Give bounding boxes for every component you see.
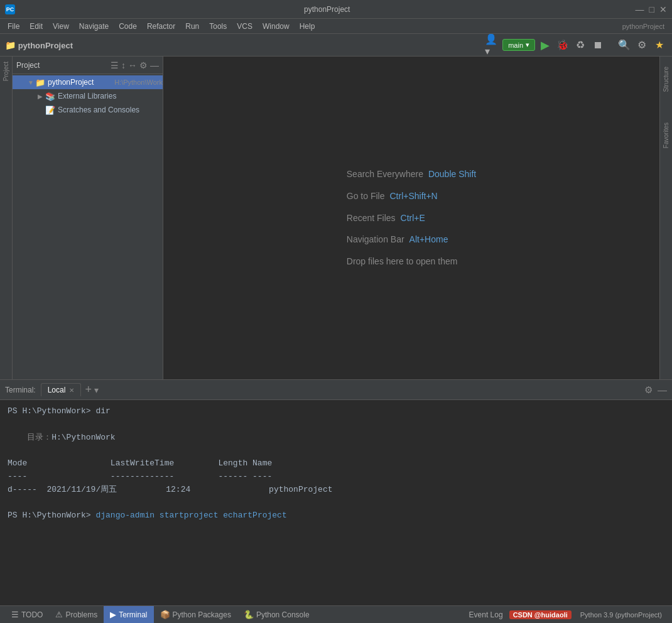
sync-icon[interactable]: ☰	[111, 60, 119, 70]
hint-goto-file: Go to File Ctrl+Shift+N	[347, 187, 476, 206]
terminal-line-5: Mode LastWriteTime Length Name	[8, 457, 664, 470]
terminal-label: Terminal:	[5, 386, 36, 394]
collapse-icon[interactable]: ↕	[121, 60, 126, 70]
status-right: Event Log CSDN @huidaoli Python 3.9 (pyt…	[463, 610, 667, 619]
settings-button[interactable]: ⚙	[634, 38, 649, 53]
terminal-tabs: Terminal: Local ✕ + ▾ ⚙ —	[0, 380, 672, 400]
maximize-button[interactable]: □	[649, 4, 654, 14]
folder-icon: 📁	[35, 78, 45, 87]
menu-bar: File Edit View Navigate Code Refactor Ru…	[0, 19, 672, 34]
menu-navigate[interactable]: Navigate	[74, 21, 114, 32]
sidebar-item-favorites[interactable]: Favorites	[661, 120, 671, 151]
tree-item-pythonproject[interactable]: ▼ 📁 pythonProject H:\Python\Work	[13, 75, 163, 89]
status-terminal-label: Terminal	[119, 610, 147, 619]
terminal-area: Terminal: Local ✕ + ▾ ⚙ — PS H:\PythonWo…	[0, 379, 672, 605]
status-problems-label: Problems	[65, 610, 97, 619]
close-button[interactable]: ✕	[659, 4, 667, 14]
stop-button[interactable]: ⏹	[590, 38, 605, 53]
terminal-line-9: PS H:\PythonWork> django-admin startproj…	[8, 509, 664, 523]
menu-file[interactable]: File	[3, 21, 24, 32]
hint-drop-files: Drop files here to open them	[347, 252, 476, 271]
debug-button[interactable]: 🐞	[555, 38, 570, 53]
window-controls: — □ ✕	[636, 4, 667, 14]
main-area: Project Project ☰ ↕ ↔ ⚙ — ▼ 📁 pythonProj…	[0, 57, 672, 379]
project-panel-title: Project	[16, 61, 108, 70]
menu-vcs[interactable]: VCS	[232, 21, 257, 32]
app-icon: PC	[5, 4, 15, 14]
scratches-label: Scratches and Consoles	[58, 106, 163, 114]
python-packages-icon: 📦	[160, 610, 170, 619]
minimize-button[interactable]: —	[636, 4, 644, 14]
toolbar: 📁 pythonProject 👤▾ main ▾ ▶ 🐞 ♻ ⏹ 🔍 ⚙ ★	[0, 34, 672, 57]
menu-edit[interactable]: Edit	[24, 21, 48, 32]
tree-item-scratches[interactable]: ▶ 📝 Scratches and Consoles	[13, 103, 163, 117]
terminal-add-button[interactable]: +	[85, 383, 92, 396]
status-problems[interactable]: ⚠ Problems	[49, 606, 104, 623]
tree-item-external-libraries[interactable]: ▶ 📚 External Libraries	[13, 89, 163, 103]
left-strip: Project	[0, 57, 13, 379]
right-strip: Structure Favorites	[659, 57, 672, 379]
terminal-line-3: 目录：H:\PythonWork	[8, 431, 664, 445]
status-python-packages[interactable]: 📦 Python Packages	[154, 606, 237, 623]
menu-refactor[interactable]: Refactor	[142, 21, 180, 32]
terminal-line-1: PS H:\PythonWork> dir	[8, 405, 664, 418]
status-todo-label: TODO	[21, 610, 43, 619]
expand-icon[interactable]: ↔	[128, 60, 137, 70]
coverage-button[interactable]: ♻	[573, 38, 588, 53]
terminal-line-6: ---- ------------- ------ ----	[8, 470, 664, 484]
terminal-content[interactable]: PS H:\PythonWork> dir 目录：H:\PythonWork M…	[0, 400, 672, 605]
csdn-badge: CSDN @huidaoli	[509, 610, 572, 619]
terminal-tab-close[interactable]: ✕	[69, 387, 74, 394]
menu-run[interactable]: Run	[180, 21, 204, 32]
status-python-packages-label: Python Packages	[173, 610, 231, 619]
project-toolbar: Project ☰ ↕ ↔ ⚙ —	[13, 57, 163, 74]
search-everywhere-button[interactable]: 🔍	[617, 38, 632, 53]
editor-area: Search Everywhere Double Shift Go to Fil…	[163, 57, 659, 379]
terminal-tab-name: Local	[48, 386, 66, 394]
status-bar: ☰ TODO ⚠ Problems ▶ Terminal 📦 Python Pa…	[0, 605, 672, 623]
project-root-path: H:\Python\Work	[114, 79, 163, 86]
status-todo[interactable]: ☰ TODO	[5, 606, 49, 623]
sidebar-item-structure[interactable]: Structure	[661, 64, 671, 95]
run-button[interactable]: ▶	[538, 38, 553, 53]
python-version: Python 3.9 (pythonProject)	[575, 611, 667, 619]
terminal-line-7: d----- 2021/11/19/周五 12:24 pythonProject	[8, 484, 664, 497]
ide-features-button[interactable]: ★	[652, 38, 667, 53]
user-icon-button[interactable]: 👤▾	[485, 38, 500, 53]
status-terminal[interactable]: ▶ Terminal	[104, 606, 153, 623]
terminal-minimize-icon[interactable]: —	[658, 384, 667, 395]
external-libraries-label: External Libraries	[58, 92, 163, 100]
scratch-icon: 📝	[45, 106, 55, 115]
menu-window[interactable]: Window	[257, 21, 295, 32]
terminal-line-8	[8, 497, 664, 510]
status-python-console[interactable]: 🐍 Python Console	[237, 606, 316, 623]
gear-icon[interactable]: ⚙	[139, 60, 148, 70]
library-icon: 📚	[45, 92, 55, 101]
terminal-tab-local[interactable]: Local ✕	[41, 383, 82, 396]
status-python-console-label: Python Console	[256, 610, 310, 619]
project-tree: ▼ 📁 pythonProject H:\Python\Work ▶ 📚 Ext…	[13, 74, 163, 379]
terminal-line-2	[8, 418, 664, 431]
todo-icon: ☰	[11, 610, 19, 619]
editor-hint-panel: Search Everywhere Double Shift Go to Fil…	[347, 162, 476, 274]
menu-code[interactable]: Code	[114, 21, 142, 32]
project-panel: Project ☰ ↕ ↔ ⚙ — ▼ 📁 pythonProject H:\P…	[13, 57, 163, 379]
hint-recent-files: Recent Files Ctrl+E	[347, 209, 476, 228]
terminal-dropdown-button[interactable]: ▾	[94, 385, 99, 395]
toolbar-project-label: pythonProject	[617, 23, 669, 30]
minimize-panel-icon[interactable]: —	[150, 60, 159, 70]
hint-navigation-bar: Navigation Bar Alt+Home	[347, 230, 476, 249]
status-event-log[interactable]: Event Log	[463, 610, 509, 619]
menu-tools[interactable]: Tools	[204, 21, 232, 32]
python-console-icon: 🐍	[244, 610, 254, 619]
terminal-icon: ▶	[110, 610, 116, 619]
run-config-button[interactable]: main ▾	[502, 39, 535, 51]
terminal-settings-icon[interactable]: ⚙	[644, 384, 653, 396]
sidebar-item-project[interactable]: Project	[1, 59, 11, 84]
event-log-label: Event Log	[469, 610, 503, 619]
hint-search-everywhere: Search Everywhere Double Shift	[347, 165, 476, 184]
project-root-label: pythonProject	[48, 78, 112, 87]
menu-help[interactable]: Help	[295, 21, 320, 32]
terminal-line-4	[8, 444, 664, 457]
menu-view[interactable]: View	[48, 21, 74, 32]
